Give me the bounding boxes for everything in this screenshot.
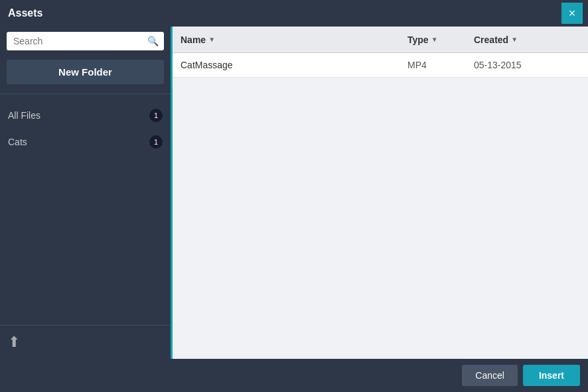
column-type[interactable]: Type ▼: [402, 34, 469, 45]
footer: Cancel Insert: [0, 359, 588, 392]
sidebar-nav: All Files 1 Cats 1: [0, 97, 171, 325]
sidebar: 🔍 New Folder All Files 1 Cats 1 ⬆: [0, 27, 173, 359]
column-name-label: Name: [181, 34, 206, 45]
file-table-header: Name ▼ Type ▼ Created ▼: [173, 27, 588, 53]
file-browser: Name ▼ Type ▼ Created ▼ CatMassage MP4 0…: [173, 27, 588, 359]
file-type-cell: MP4: [402, 60, 469, 70]
all-files-label: All Files: [8, 110, 40, 121]
search-input[interactable]: [7, 32, 164, 50]
column-type-sort-icon: ▼: [431, 36, 438, 43]
sidebar-divider: [0, 94, 171, 94]
sidebar-bottom: ⬆: [0, 325, 171, 359]
column-name[interactable]: Name ▼: [173, 34, 402, 45]
assets-modal: Assets × 🔍 New Folder All Files 1 Cats: [0, 0, 588, 392]
column-created-sort-icon: ▼: [511, 36, 518, 43]
main-content: 🔍 New Folder All Files 1 Cats 1 ⬆: [0, 27, 588, 359]
cancel-button[interactable]: Cancel: [462, 365, 518, 386]
new-folder-button[interactable]: New Folder: [7, 60, 164, 84]
search-input-wrap: 🔍: [7, 32, 164, 50]
modal-title: Assets: [8, 7, 42, 19]
sidebar-item-all-files[interactable]: All Files 1: [0, 102, 171, 129]
column-created[interactable]: Created ▼: [469, 34, 588, 45]
close-button[interactable]: ×: [561, 3, 583, 24]
insert-button[interactable]: Insert: [523, 365, 580, 386]
sidebar-item-cats[interactable]: Cats 1: [0, 129, 171, 155]
table-row[interactable]: CatMassage MP4 05-13-2015: [173, 53, 588, 78]
column-name-sort-icon: ▼: [208, 36, 215, 43]
file-table-body: CatMassage MP4 05-13-2015: [173, 53, 588, 359]
file-created-cell: 05-13-2015: [469, 60, 588, 70]
search-container: 🔍: [0, 27, 171, 56]
title-bar: Assets ×: [0, 0, 588, 27]
file-name-cell: CatMassage: [173, 60, 402, 70]
upload-icon[interactable]: ⬆: [8, 334, 20, 351]
all-files-badge: 1: [149, 109, 163, 122]
cats-badge: 1: [149, 135, 163, 149]
cats-label: Cats: [8, 137, 27, 147]
column-created-label: Created: [474, 34, 508, 45]
column-type-label: Type: [407, 34, 429, 45]
